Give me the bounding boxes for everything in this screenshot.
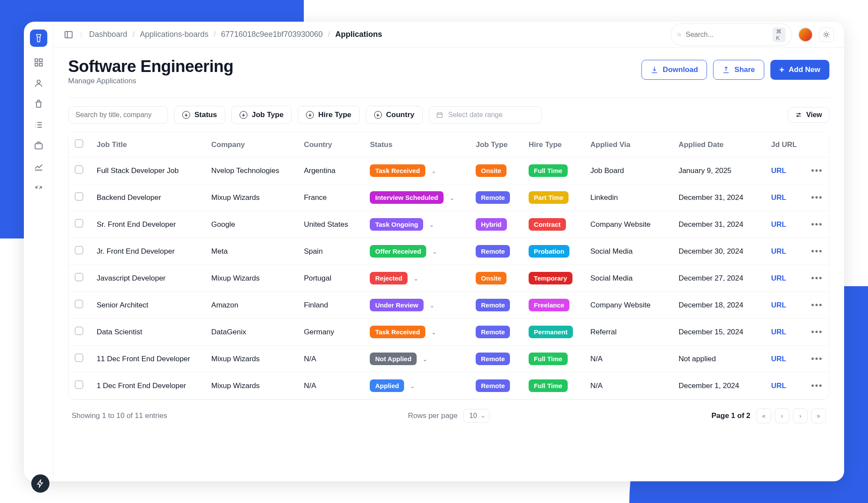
breadcrumb-item[interactable]: Dashboard — [89, 30, 127, 39]
col-header-via[interactable]: Applied Via — [584, 132, 672, 157]
jd-url-link[interactable]: URL — [771, 355, 786, 363]
svg-rect-2 — [35, 63, 37, 66]
jd-url-link[interactable]: URL — [771, 167, 786, 175]
briefcase-icon[interactable] — [33, 140, 44, 151]
app-logo[interactable] — [30, 29, 47, 47]
chart-icon[interactable] — [33, 161, 44, 172]
dashboard-icon[interactable] — [33, 57, 44, 68]
chevron-down-icon[interactable]: ⌄ — [429, 222, 434, 228]
breadcrumb-item[interactable]: Applications — [335, 30, 382, 39]
download-label: Download — [663, 65, 698, 74]
jobtype-badge: Onsite — [476, 272, 506, 284]
col-header-status[interactable]: Status — [364, 132, 470, 157]
hiretype-badge: Part Time — [529, 191, 569, 204]
rows-per-page-select[interactable]: 10 — [464, 409, 490, 423]
row-menu-icon[interactable]: ••• — [811, 166, 823, 175]
status-badge[interactable]: Applied — [370, 379, 404, 392]
collapse-icon[interactable] — [33, 182, 44, 193]
status-badge[interactable]: Under Review — [370, 299, 423, 311]
col-header-hiretype[interactable]: Hire Type — [523, 132, 584, 157]
row-menu-icon[interactable]: ••• — [811, 273, 823, 283]
chevron-down-icon[interactable]: ⌄ — [430, 302, 434, 309]
status-badge[interactable]: Task Received — [370, 326, 425, 338]
filter-date-range[interactable]: Select date range — [429, 106, 542, 124]
col-header-date[interactable]: Applied Date — [672, 132, 765, 157]
status-badge[interactable]: Task Received — [370, 164, 425, 177]
first-page-button[interactable]: « — [756, 408, 771, 423]
status-badge[interactable]: Offer Received — [370, 245, 426, 258]
row-checkbox[interactable] — [75, 380, 83, 389]
table-row: 1 Dec Front End DeveloperMixup WizardsN/… — [69, 372, 829, 399]
col-header-jobtype[interactable]: Job Type — [470, 132, 523, 157]
list-icon[interactable] — [33, 120, 44, 130]
row-checkbox[interactable] — [75, 353, 83, 362]
chevron-down-icon[interactable]: ⌄ — [431, 168, 436, 174]
jd-url-link[interactable]: URL — [771, 247, 786, 255]
status-badge[interactable]: Rejected — [370, 272, 408, 284]
col-header-title[interactable]: Job Title — [91, 132, 205, 157]
jd-url-link[interactable]: URL — [771, 328, 786, 336]
cell-date: December 18, 2024 — [672, 292, 765, 319]
chevron-down-icon[interactable]: ⌄ — [450, 195, 454, 201]
user-icon[interactable] — [33, 78, 44, 88]
status-badge[interactable]: Not Applied — [370, 353, 417, 365]
filter-jobtype[interactable]: +Job Type — [231, 106, 292, 124]
jd-url-link[interactable]: URL — [771, 274, 786, 282]
last-page-button[interactable]: » — [811, 408, 826, 423]
add-new-button[interactable]: + Add New — [770, 60, 829, 80]
cell-title: Backend Developer — [91, 184, 205, 211]
row-menu-icon[interactable]: ••• — [811, 381, 823, 390]
next-page-button[interactable]: › — [793, 408, 808, 423]
chevron-down-icon[interactable]: ⌄ — [410, 383, 415, 389]
filter-hiretype[interactable]: +Hire Type — [298, 106, 359, 124]
theme-toggle-icon[interactable] — [819, 27, 834, 42]
jd-url-link[interactable]: URL — [771, 301, 786, 309]
row-checkbox[interactable] — [75, 165, 83, 174]
cell-title: 11 Dec Front End Developer — [91, 346, 205, 372]
row-checkbox[interactable] — [75, 273, 83, 281]
row-checkbox[interactable] — [75, 219, 83, 228]
row-menu-icon[interactable]: ••• — [811, 327, 823, 336]
col-header-company[interactable]: Company — [205, 132, 298, 157]
row-checkbox[interactable] — [75, 327, 83, 335]
chevron-down-icon[interactable]: ⌄ — [423, 356, 427, 363]
col-header-url[interactable]: Jd URL — [765, 132, 805, 157]
cell-country: France — [298, 184, 364, 211]
row-menu-icon[interactable]: ••• — [811, 193, 823, 202]
floating-action-button[interactable] — [31, 474, 49, 493]
row-menu-icon[interactable]: ••• — [811, 354, 823, 363]
status-badge[interactable]: Task Ongoing — [370, 218, 423, 231]
filter-country[interactable]: +Country — [366, 106, 423, 124]
jd-url-link[interactable]: URL — [771, 193, 786, 202]
row-checkbox[interactable] — [75, 192, 83, 201]
jd-url-link[interactable]: URL — [771, 220, 786, 229]
svg-rect-6 — [65, 31, 72, 38]
row-menu-icon[interactable]: ••• — [811, 246, 823, 256]
cell-company: Nvelop Technologies — [205, 157, 298, 184]
row-checkbox[interactable] — [75, 300, 83, 308]
chevron-down-icon[interactable]: ⌄ — [414, 275, 418, 282]
calendar-icon — [436, 111, 443, 118]
avatar[interactable] — [798, 27, 813, 42]
chevron-down-icon[interactable]: ⌄ — [432, 248, 437, 255]
row-menu-icon[interactable]: ••• — [811, 219, 823, 229]
select-all-checkbox[interactable] — [75, 139, 83, 148]
hiretype-badge: Permanent — [529, 326, 573, 338]
col-header-country[interactable]: Country — [298, 132, 364, 157]
share-button[interactable]: Share — [713, 60, 764, 80]
filter-status[interactable]: +Status — [174, 106, 225, 124]
panel-toggle-icon[interactable] — [64, 30, 73, 39]
search-input[interactable]: ⌘ K — [671, 23, 792, 46]
download-button[interactable]: Download — [641, 60, 707, 80]
bag-icon[interactable] — [33, 99, 44, 109]
status-badge[interactable]: Interview Scheduled — [370, 191, 443, 204]
chevron-down-icon[interactable]: ⌄ — [431, 329, 436, 336]
breadcrumb-item[interactable]: Applications-boards — [140, 30, 208, 39]
prev-page-button[interactable]: ‹ — [775, 408, 789, 423]
breadcrumb-item[interactable]: 67716018c9ee1bf703930060 — [221, 30, 322, 39]
jd-url-link[interactable]: URL — [771, 382, 786, 390]
row-checkbox[interactable] — [75, 246, 83, 255]
row-menu-icon[interactable]: ••• — [811, 300, 823, 310]
view-button[interactable]: View — [788, 107, 829, 123]
filter-search-input[interactable] — [68, 106, 168, 124]
